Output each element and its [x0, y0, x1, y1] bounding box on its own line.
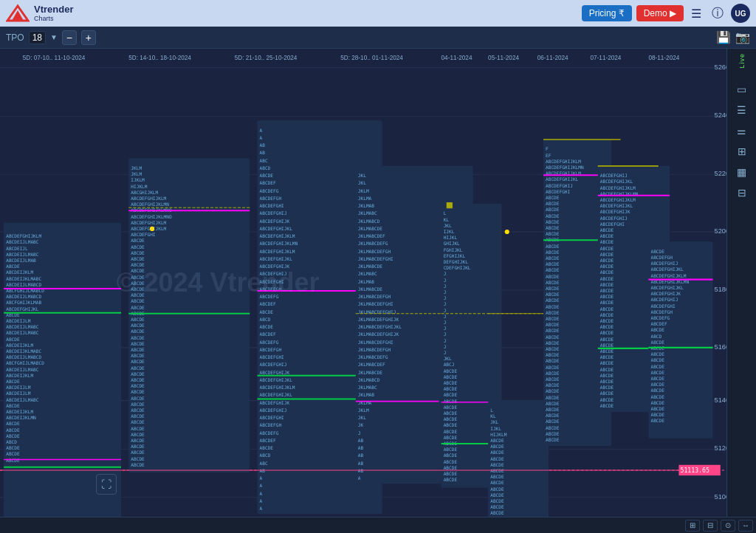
- svg-text:ABCDE: ABCDE: [490, 480, 504, 485]
- user-avatar[interactable]: UG: [731, 4, 750, 23]
- tpo-dropdown[interactable]: ▼: [50, 33, 58, 41]
- logo-area: Vtrender Charts: [6, 3, 73, 24]
- svg-text:ABCDE: ABCDE: [444, 399, 458, 404]
- svg-text:ABCDEFGHIJK: ABCDEFGHIJK: [260, 400, 290, 405]
- rectangle-tool-button[interactable]: ▭: [727, 79, 756, 100]
- chart-area[interactable]: © 2024 Vtrender ABCDEFGHIJKLM ABCDEIJLMA…: [0, 49, 726, 517]
- svg-text:HIJKLM: HIJKLM: [490, 432, 506, 437]
- svg-text:ABCDEIJKLM: ABCDEIJKLM: [6, 343, 33, 348]
- svg-text:ABCDEFGHIJKL: ABCDEFGHIJKL: [260, 256, 293, 261]
- svg-text:ABCDE: ABCDE: [490, 462, 504, 467]
- svg-text:ABCDE: ABCDE: [600, 403, 614, 408]
- svg-text:ABCDE: ABCDE: [131, 432, 145, 437]
- svg-text:ABCDE: ABCDE: [6, 421, 20, 426]
- svg-text:ABCDE: ABCDE: [600, 379, 614, 384]
- svg-text:ABCDE: ABCDE: [131, 323, 145, 328]
- zoom-out-button[interactable]: −: [62, 30, 77, 45]
- save-button[interactable]: 💾: [716, 30, 731, 44]
- info-button[interactable]: ⓘ: [709, 4, 726, 23]
- svg-text:ABCDE: ABCDE: [546, 419, 560, 424]
- zoom-in-button[interactable]: +: [81, 30, 96, 45]
- screenshot-button[interactable]: 📷: [735, 30, 750, 44]
- svg-text:ABCDE: ABCDE: [651, 370, 665, 375]
- grid-bottom-button[interactable]: ⊞: [685, 520, 700, 532]
- svg-text:ABCDE: ABCDE: [6, 427, 20, 433]
- tpo-value: 18: [29, 31, 46, 44]
- svg-text:ABCDEIJKLM: ABCDEIJKLM: [6, 269, 33, 275]
- svg-text:A: A: [260, 498, 263, 503]
- profile-tool-button[interactable]: ⊟: [727, 182, 756, 203]
- bars-tool-button[interactable]: ▦: [727, 162, 756, 182]
- menu-button[interactable]: ☰: [688, 5, 704, 22]
- svg-text:IJKL: IJKL: [444, 229, 455, 234]
- svg-text:L: L: [444, 210, 447, 216]
- header-right: Pricing ₹ Demo ▶ ☰ ⓘ UG: [582, 4, 750, 23]
- svg-text:KL: KL: [490, 413, 496, 419]
- svg-rect-260: [447, 202, 453, 208]
- svg-text:ABCDEFGHIJ: ABCDEFGHIJ: [600, 216, 628, 221]
- svg-text:ABCDEIJKLMABC: ABCDEIJKLMABC: [6, 348, 41, 354]
- svg-text:J: J: [358, 430, 361, 436]
- svg-text:JKL: JKL: [358, 415, 366, 420]
- svg-text:ABCDE: ABCDE: [131, 371, 145, 376]
- bars-bottom-button[interactable]: ⊟: [703, 520, 718, 532]
- svg-text:ABCDE: ABCDE: [651, 327, 665, 332]
- svg-text:F: F: [546, 146, 549, 151]
- svg-text:ABCDE: ABCDE: [600, 385, 614, 390]
- svg-text:ABCDE: ABCDE: [131, 238, 145, 243]
- svg-text:HIJKL: HIJKL: [444, 235, 458, 240]
- svg-text:51200: 51200: [715, 444, 726, 452]
- svg-text:ABCDE: ABCDE: [131, 298, 145, 303]
- svg-text:05-11-2024: 05-11-2024: [488, 55, 519, 61]
- svg-text:ABCDE: ABCDE: [546, 376, 560, 382]
- fullscreen-icon: ⛶: [101, 478, 111, 490]
- svg-text:ABCDEFG: ABCDEFG: [260, 430, 279, 436]
- svg-text:ABCDEF: ABCDEF: [260, 331, 276, 337]
- svg-text:AB: AB: [358, 461, 364, 466]
- svg-text:JKLM: JKLM: [358, 188, 369, 193]
- lines-tool-button[interactable]: ☰: [727, 100, 756, 120]
- pricing-button[interactable]: Pricing ₹: [582, 5, 632, 21]
- svg-text:ABCDEFGHIJKLM: ABCDEFGHIJKLM: [6, 233, 41, 238]
- horizontal-lines-button[interactable]: ⚌: [727, 120, 756, 141]
- svg-text:ABCDE: ABCDE: [600, 318, 614, 323]
- svg-text:JKLMABC: JKLMABC: [358, 385, 377, 390]
- svg-text:ABCDEFGHIJKL: ABCDEFGHIJKL: [600, 203, 633, 208]
- svg-text:AB: AB: [260, 468, 266, 473]
- svg-text:ABCDE: ABCDE: [600, 294, 614, 299]
- svg-text:ABCDE: ABCDE: [546, 207, 560, 212]
- svg-text:ABCDEFG: ABCDEFG: [260, 188, 279, 193]
- svg-text:JKLMABCDEF: JKLMABCDEF: [358, 362, 385, 367]
- svg-text:ABCDE: ABCDE: [546, 280, 560, 285]
- grid-tool-button[interactable]: ⊞: [727, 141, 756, 162]
- svg-text:ABCDEIJLMABC: ABCDEIJLMABC: [6, 324, 39, 329]
- svg-text:ABCDEFGHIJ: ABCDEFGHIJ: [651, 261, 678, 266]
- svg-text:IJKLM: IJKLM: [131, 177, 145, 182]
- svg-text:ABCDE: ABCDE: [600, 373, 614, 378]
- svg-text:52200: 52200: [715, 170, 726, 177]
- toolbar: TPO 18 ▼ − + 💾 📷: [0, 27, 756, 49]
- svg-text:ABCDE: ABCDE: [651, 412, 665, 417]
- svg-text:J: J: [444, 314, 447, 319]
- svg-text:ABCDE: ABCDE: [546, 334, 560, 340]
- logo-brand: Vtrender: [34, 4, 73, 15]
- demo-button[interactable]: Demo ▶: [636, 5, 684, 21]
- svg-text:ABCDE: ABCDE: [546, 388, 560, 393]
- settings-bottom-button[interactable]: ⊙: [721, 520, 735, 532]
- svg-text:ABCDEF: ABCDEF: [260, 438, 276, 443]
- svg-text:ABCJ: ABCJ: [444, 362, 455, 367]
- svg-text:ABCDE: ABCDE: [651, 406, 665, 411]
- svg-text:08-11-2024: 08-11-2024: [648, 55, 679, 61]
- svg-text:EF: EF: [546, 153, 551, 158]
- expand-bottom-button[interactable]: ↔: [738, 520, 753, 532]
- svg-text:ABCDE: ABCDE: [546, 431, 560, 436]
- fullscreen-button[interactable]: ⛶: [96, 474, 117, 495]
- svg-text:ABCDE: ABCDE: [131, 250, 145, 255]
- svg-text:ABCDE: ABCDE: [600, 239, 614, 244]
- svg-text:51400: 51400: [715, 396, 726, 404]
- svg-text:AB: AB: [358, 445, 364, 450]
- svg-text:JKLMABCDE: JKLMABCDE: [358, 264, 383, 269]
- svg-text:ABCDE: ABCDE: [490, 456, 504, 461]
- svg-text:ABCDE: ABCDE: [600, 306, 614, 312]
- svg-text:ABCDEIJLMAB: ABCDEIJLMAB: [6, 258, 36, 263]
